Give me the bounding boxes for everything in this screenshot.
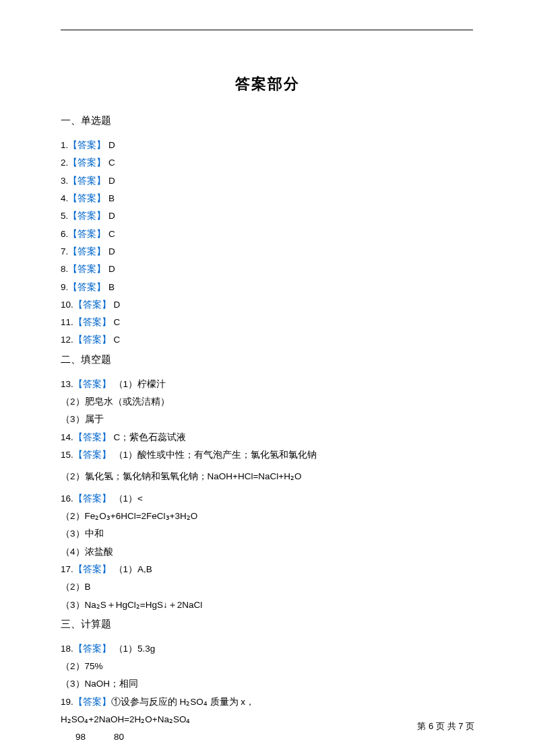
qnum: 16. xyxy=(61,493,73,504)
qnum: 7. xyxy=(61,246,68,256)
answer-tag: 【答案】 xyxy=(68,211,106,221)
answer-q17: 17.【答案】 （1）A,B xyxy=(61,561,474,578)
qnum: 5. xyxy=(61,211,68,221)
answer-part: ①设参与反应的 H₂SO₄ 质量为 x， xyxy=(111,697,255,707)
qnum: 17. xyxy=(61,564,73,574)
qnum: 9. xyxy=(61,282,68,292)
answer-q11: 11.【答案】 C xyxy=(61,314,474,331)
answer-tag: 【答案】 xyxy=(68,140,106,150)
answer-value: C xyxy=(106,158,115,168)
answer-q7: 7.【答案】 D xyxy=(61,243,474,261)
answer-tag: 【答案】 xyxy=(73,379,111,389)
answer-tag: 【答案】 xyxy=(73,644,111,654)
answer-q12: 12.【答案】 C xyxy=(61,331,474,349)
answer-q16-p3: （3）中和 xyxy=(61,525,474,543)
qnum: 19. xyxy=(61,697,73,707)
section-2-header: 二、填空题 xyxy=(61,353,474,366)
answer-q9: 9.【答案】 B xyxy=(61,279,474,296)
answer-value: C xyxy=(106,229,115,239)
answer-tag: 【答案】 xyxy=(73,432,111,442)
answer-tag: 【答案】 xyxy=(68,264,106,274)
answer-tag: 【答案】 xyxy=(73,300,111,310)
answer-value: D xyxy=(106,246,115,256)
qnum: 18. xyxy=(61,644,73,654)
answer-tag: 【答案】 xyxy=(68,246,106,256)
answer-q15: 15.【答案】 （1）酸性或中性；有气泡产生；氯化氢和氯化钠 xyxy=(61,446,474,464)
answer-part: C；紫色石蕊试液 xyxy=(111,432,187,442)
answer-q18-p3: （3）NaOH；相同 xyxy=(61,675,474,693)
answer-value: D xyxy=(106,211,115,221)
answer-q19-eq: H₂SO₄+2NaOH=2H₂O+Na₂SO₄ xyxy=(61,711,474,728)
answer-tag: 【答案】 xyxy=(73,317,111,327)
answer-q13-p2: （2）肥皂水（或洗洁精） xyxy=(61,393,474,411)
answer-tag: 【答案】 xyxy=(73,564,111,574)
answer-part: （1）A,B xyxy=(111,564,152,574)
qnum: 2. xyxy=(61,158,68,168)
answer-part: （1）< xyxy=(111,493,143,504)
answer-q5: 5.【答案】 D xyxy=(61,207,474,225)
qnum: 4. xyxy=(61,193,68,203)
answer-value: B xyxy=(106,193,115,203)
answer-q18-p2: （2）75% xyxy=(61,658,474,675)
answer-tag: 【答案】 xyxy=(68,158,106,168)
answer-q16: 16.【答案】 （1）< xyxy=(61,490,474,508)
answer-tag: 【答案】 xyxy=(73,450,111,460)
page-title: 答案部分 xyxy=(61,74,474,94)
answer-value: D xyxy=(111,300,121,310)
answer-q16-p2: （2）Fe₂O₃+6HCl=2FeCl₃+3H₂O xyxy=(61,508,474,525)
answer-tag: 【答案】 xyxy=(73,697,111,707)
answer-q13-p3: （3）属于 xyxy=(61,411,474,428)
qnum: 1. xyxy=(61,140,68,150)
answer-tag: 【答案】 xyxy=(73,335,111,345)
answer-value: D xyxy=(106,264,115,274)
answer-q6: 6.【答案】 C xyxy=(61,226,474,243)
answer-q2: 2.【答案】 C xyxy=(61,154,474,172)
answer-part: （1）5.3g xyxy=(111,644,156,654)
molar-1: 98 xyxy=(75,732,86,742)
answer-q16-p4: （4）浓盐酸 xyxy=(61,543,474,561)
answer-q18: 18.【答案】 （1）5.3g xyxy=(61,640,474,658)
answer-value: C xyxy=(111,335,121,345)
answer-part: （1）柠檬汁 xyxy=(111,379,166,389)
answer-part: （1）酸性或中性；有气泡产生；氯化氢和氯化钠 xyxy=(111,450,317,460)
answer-q19: 19.【答案】①设参与反应的 H₂SO₄ 质量为 x， xyxy=(61,693,474,711)
answer-q15-p2: （2）氯化氢；氯化钠和氢氧化钠；NaOH+HCl=NaCl+H₂O xyxy=(61,468,474,485)
answer-q17-p3: （3）Na₂S＋HgCl₂=HgS↓＋2NaCl xyxy=(61,596,474,614)
qnum: 15. xyxy=(61,450,73,460)
answer-q17-p2: （2）B xyxy=(61,578,474,596)
page-footer: 第 6 页 共 7 页 xyxy=(417,720,474,732)
answer-q14: 14.【答案】 C；紫色石蕊试液 xyxy=(61,429,474,446)
qnum: 8. xyxy=(61,264,68,274)
answer-q3: 3.【答案】 D xyxy=(61,172,474,190)
qnum: 3. xyxy=(61,176,68,186)
answer-tag: 【答案】 xyxy=(68,176,106,186)
answer-q19-nums: 9880 xyxy=(61,728,474,746)
qnum: 14. xyxy=(61,432,73,442)
answer-value: D xyxy=(106,176,115,186)
answer-value: B xyxy=(106,282,115,292)
answer-value: D xyxy=(106,140,115,150)
answer-tag: 【答案】 xyxy=(68,282,106,292)
section-1-header: 一、单选题 xyxy=(61,114,474,127)
answer-tag: 【答案】 xyxy=(68,229,106,239)
answer-tag: 【答案】 xyxy=(68,193,106,203)
qnum: 12. xyxy=(61,335,73,345)
qnum: 10. xyxy=(61,300,73,310)
section-3-header: 三、计算题 xyxy=(61,618,474,631)
answer-tag: 【答案】 xyxy=(73,493,111,504)
answer-q10: 10.【答案】 D xyxy=(61,296,474,314)
qnum: 6. xyxy=(61,229,68,239)
qnum: 11. xyxy=(61,317,73,327)
answer-q13: 13.【答案】 （1）柠檬汁 xyxy=(61,376,474,393)
qnum: 13. xyxy=(61,379,73,389)
header-rule xyxy=(61,30,473,30)
answer-q4: 4.【答案】 B xyxy=(61,190,474,207)
answer-q8: 8.【答案】 D xyxy=(61,261,474,278)
answer-q1: 1.【答案】 D xyxy=(61,137,474,154)
molar-2: 80 xyxy=(114,732,124,742)
answer-value: C xyxy=(111,317,121,327)
